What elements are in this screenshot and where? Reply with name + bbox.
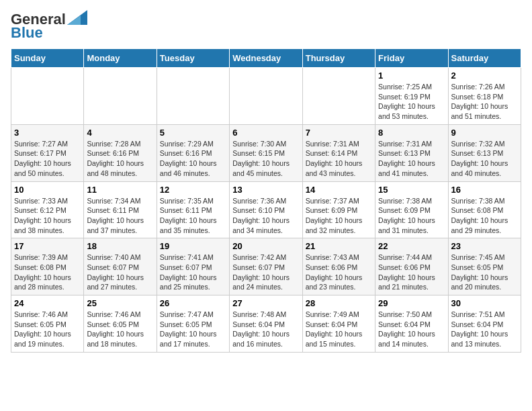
calendar-body: 1Sunrise: 7:25 AM Sunset: 6:19 PM Daylig… [11, 68, 521, 353]
day-number: 19 [160, 241, 226, 251]
day-info: Sunrise: 7:28 AM Sunset: 6:16 PM Dayligh… [87, 139, 153, 179]
calendar-cell [230, 68, 302, 125]
calendar-cell: 1Sunrise: 7:25 AM Sunset: 6:19 PM Daylig… [375, 68, 448, 125]
day-number: 20 [232, 241, 299, 251]
day-info: Sunrise: 7:36 AM Sunset: 6:10 PM Dayligh… [232, 196, 299, 236]
day-number: 24 [14, 298, 81, 308]
day-info: Sunrise: 7:51 AM Sunset: 6:04 PM Dayligh… [451, 310, 518, 349]
day-info: Sunrise: 7:25 AM Sunset: 6:19 PM Dayligh… [378, 82, 445, 122]
calendar-cell [11, 68, 84, 125]
day-info: Sunrise: 7:40 AM Sunset: 6:07 PM Dayligh… [87, 253, 153, 292]
calendar-week-row: 3Sunrise: 7:27 AM Sunset: 6:17 PM Daylig… [11, 124, 521, 181]
calendar-cell: 17Sunrise: 7:39 AM Sunset: 6:08 PM Dayli… [11, 238, 84, 295]
weekday-header: Wednesday [230, 49, 302, 68]
calendar-cell: 26Sunrise: 7:47 AM Sunset: 6:05 PM Dayli… [157, 295, 229, 353]
day-info: Sunrise: 7:39 AM Sunset: 6:08 PM Dayligh… [14, 253, 81, 292]
day-number: 9 [451, 128, 518, 138]
day-number: 30 [451, 298, 518, 308]
weekday-header: Sunday [11, 49, 84, 68]
weekday-header: Thursday [302, 49, 375, 68]
calendar-cell: 24Sunrise: 7:46 AM Sunset: 6:05 PM Dayli… [11, 295, 84, 353]
day-number: 12 [160, 185, 226, 195]
calendar-cell: 16Sunrise: 7:38 AM Sunset: 6:08 PM Dayli… [448, 181, 521, 238]
day-info: Sunrise: 7:49 AM Sunset: 6:04 PM Dayligh… [306, 310, 372, 349]
day-number: 6 [232, 128, 299, 138]
calendar-week-row: 1Sunrise: 7:25 AM Sunset: 6:19 PM Daylig… [11, 68, 521, 125]
day-number: 5 [160, 128, 226, 138]
calendar-cell: 21Sunrise: 7:43 AM Sunset: 6:06 PM Dayli… [302, 238, 375, 295]
day-number: 21 [306, 241, 372, 251]
day-number: 16 [451, 185, 518, 195]
calendar-cell [302, 68, 375, 125]
logo-icon [67, 10, 87, 25]
weekday-header: Friday [375, 49, 448, 68]
day-info: Sunrise: 7:35 AM Sunset: 6:11 PM Dayligh… [160, 196, 226, 236]
day-number: 11 [87, 185, 153, 195]
day-info: Sunrise: 7:48 AM Sunset: 6:04 PM Dayligh… [232, 310, 299, 349]
calendar-cell: 10Sunrise: 7:33 AM Sunset: 6:12 PM Dayli… [11, 181, 84, 238]
calendar-cell: 13Sunrise: 7:36 AM Sunset: 6:10 PM Dayli… [230, 181, 302, 238]
day-info: Sunrise: 7:38 AM Sunset: 6:08 PM Dayligh… [451, 196, 518, 236]
day-info: Sunrise: 7:46 AM Sunset: 6:05 PM Dayligh… [14, 310, 81, 349]
calendar-cell: 27Sunrise: 7:48 AM Sunset: 6:04 PM Dayli… [230, 295, 302, 353]
day-number: 10 [14, 185, 81, 195]
calendar-cell: 19Sunrise: 7:41 AM Sunset: 6:07 PM Dayli… [157, 238, 229, 295]
day-number: 27 [232, 298, 299, 308]
day-info: Sunrise: 7:34 AM Sunset: 6:11 PM Dayligh… [87, 196, 153, 236]
day-info: Sunrise: 7:50 AM Sunset: 6:04 PM Dayligh… [378, 310, 445, 349]
day-info: Sunrise: 7:27 AM Sunset: 6:17 PM Dayligh… [14, 139, 81, 179]
day-number: 15 [378, 185, 445, 195]
calendar-cell [84, 68, 157, 125]
calendar-cell: 5Sunrise: 7:29 AM Sunset: 6:16 PM Daylig… [157, 124, 229, 181]
day-number: 13 [232, 185, 299, 195]
calendar-header-row: SundayMondayTuesdayWednesdayThursdayFrid… [11, 49, 521, 68]
day-info: Sunrise: 7:33 AM Sunset: 6:12 PM Dayligh… [14, 196, 81, 236]
calendar-cell: 14Sunrise: 7:37 AM Sunset: 6:09 PM Dayli… [302, 181, 375, 238]
day-info: Sunrise: 7:29 AM Sunset: 6:16 PM Dayligh… [160, 139, 226, 179]
calendar-cell: 8Sunrise: 7:31 AM Sunset: 6:13 PM Daylig… [375, 124, 448, 181]
weekday-header: Saturday [448, 49, 521, 68]
calendar-week-row: 17Sunrise: 7:39 AM Sunset: 6:08 PM Dayli… [11, 238, 521, 295]
day-info: Sunrise: 7:31 AM Sunset: 6:13 PM Dayligh… [378, 139, 445, 179]
calendar-cell: 12Sunrise: 7:35 AM Sunset: 6:11 PM Dayli… [157, 181, 229, 238]
calendar-cell: 7Sunrise: 7:31 AM Sunset: 6:14 PM Daylig… [302, 124, 375, 181]
calendar-cell [157, 68, 229, 125]
calendar-table: SundayMondayTuesdayWednesdayThursdayFrid… [11, 48, 521, 353]
day-number: 2 [451, 71, 518, 81]
calendar-cell: 29Sunrise: 7:50 AM Sunset: 6:04 PM Dayli… [375, 295, 448, 353]
calendar-cell: 30Sunrise: 7:51 AM Sunset: 6:04 PM Dayli… [448, 295, 521, 353]
day-number: 22 [378, 241, 445, 251]
calendar-cell: 6Sunrise: 7:30 AM Sunset: 6:15 PM Daylig… [230, 124, 302, 181]
day-number: 25 [87, 298, 153, 308]
day-number: 3 [14, 128, 81, 138]
day-info: Sunrise: 7:32 AM Sunset: 6:13 PM Dayligh… [451, 139, 518, 179]
calendar-cell: 3Sunrise: 7:27 AM Sunset: 6:17 PM Daylig… [11, 124, 84, 181]
calendar-week-row: 24Sunrise: 7:46 AM Sunset: 6:05 PM Dayli… [11, 295, 521, 353]
day-number: 26 [160, 298, 226, 308]
day-info: Sunrise: 7:37 AM Sunset: 6:09 PM Dayligh… [306, 196, 372, 236]
logo: General Blue [11, 11, 87, 42]
day-info: Sunrise: 7:31 AM Sunset: 6:14 PM Dayligh… [306, 139, 372, 179]
weekday-header: Tuesday [157, 49, 229, 68]
day-info: Sunrise: 7:42 AM Sunset: 6:07 PM Dayligh… [232, 253, 299, 292]
calendar-cell: 9Sunrise: 7:32 AM Sunset: 6:13 PM Daylig… [448, 124, 521, 181]
svg-marker-1 [67, 15, 81, 25]
day-info: Sunrise: 7:26 AM Sunset: 6:18 PM Dayligh… [451, 82, 518, 122]
day-info: Sunrise: 7:47 AM Sunset: 6:05 PM Dayligh… [160, 310, 226, 349]
day-number: 7 [306, 128, 372, 138]
calendar-cell: 18Sunrise: 7:40 AM Sunset: 6:07 PM Dayli… [84, 238, 157, 295]
day-info: Sunrise: 7:46 AM Sunset: 6:05 PM Dayligh… [87, 310, 153, 349]
calendar-cell: 2Sunrise: 7:26 AM Sunset: 6:18 PM Daylig… [448, 68, 521, 125]
day-number: 17 [14, 241, 81, 251]
calendar-cell: 25Sunrise: 7:46 AM Sunset: 6:05 PM Dayli… [84, 295, 157, 353]
calendar-cell: 28Sunrise: 7:49 AM Sunset: 6:04 PM Dayli… [302, 295, 375, 353]
day-number: 4 [87, 128, 153, 138]
calendar-cell: 4Sunrise: 7:28 AM Sunset: 6:16 PM Daylig… [84, 124, 157, 181]
day-number: 28 [306, 298, 372, 308]
day-number: 8 [378, 128, 445, 138]
logo-blue: Blue [11, 24, 43, 42]
day-number: 1 [378, 71, 445, 81]
calendar-cell: 15Sunrise: 7:38 AM Sunset: 6:09 PM Dayli… [375, 181, 448, 238]
day-info: Sunrise: 7:41 AM Sunset: 6:07 PM Dayligh… [160, 253, 226, 292]
day-info: Sunrise: 7:38 AM Sunset: 6:09 PM Dayligh… [378, 196, 445, 236]
